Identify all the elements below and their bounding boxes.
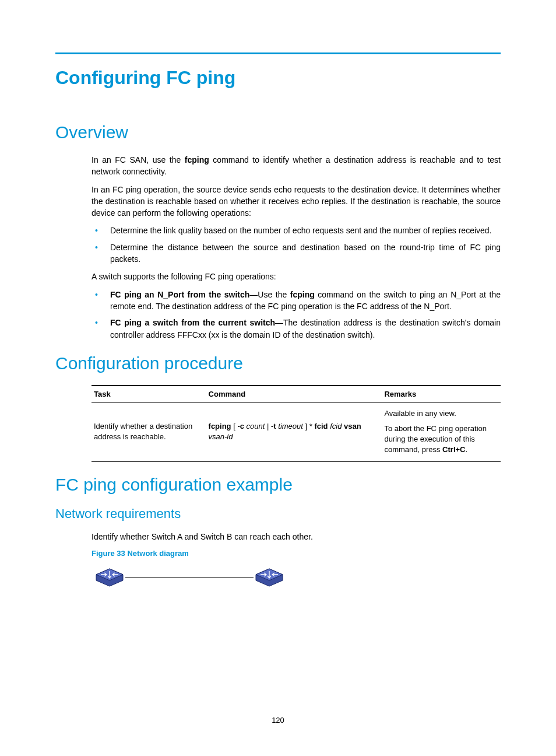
example-p1: Identify whether Switch A and Switch B c…: [92, 531, 501, 542]
heading-example: FC ping configuration example: [55, 475, 501, 495]
overview-body: In an FC SAN, use the fcping command to …: [92, 154, 501, 341]
cmd-arg: fcid: [328, 422, 344, 430]
config-table-wrap: Task Command Remarks Identify whether a …: [92, 385, 501, 462]
text: In an FC SAN, use the: [92, 155, 185, 164]
cmd-arg: timeout: [276, 422, 303, 430]
text: To abort the FC ping operation during th…: [384, 424, 487, 454]
top-rule: [55, 52, 501, 54]
cmd-token: -t: [271, 422, 276, 430]
th-remarks: Remarks: [382, 386, 501, 402]
page-number: 120: [0, 716, 556, 724]
network-diagram: [94, 568, 501, 587]
text: —Use the: [249, 290, 290, 299]
switch-icon: [94, 568, 125, 587]
list-item: Determine the link quality based on the …: [92, 225, 501, 236]
switch-icon: [254, 568, 285, 587]
cmd-arg: vsan-id: [209, 432, 233, 441]
diagram-link-line: [125, 577, 254, 578]
cell-task: Identify whether a destination address i…: [92, 402, 206, 461]
cmd-token: fcid: [314, 422, 328, 430]
bold-label: FC ping an N_Port from the switch: [110, 290, 249, 299]
cell-remarks: Available in any view. To abort the FC p…: [382, 402, 501, 461]
figure-caption: Figure 33 Network diagram: [92, 548, 501, 559]
table-header-row: Task Command Remarks: [92, 386, 501, 402]
heading-config-procedure: Configuration procedure: [55, 354, 501, 373]
bold-label: FC ping a switch from the current switch: [110, 318, 275, 327]
heading-overview: Overview: [55, 123, 501, 142]
th-task: Task: [92, 386, 206, 402]
config-table: Task Command Remarks Identify whether a …: [92, 385, 501, 462]
list-item: Determine the distance between the sourc…: [92, 242, 501, 265]
th-command: Command: [206, 386, 382, 402]
cmd-text: [: [231, 422, 238, 430]
example-body: Identify whether Switch A and Switch B c…: [92, 531, 501, 587]
key-combo: Ctrl+C: [442, 445, 465, 454]
cmd-arg: count: [244, 422, 265, 430]
overview-p3: A switch supports the following FC ping …: [92, 271, 501, 282]
cmd-token: fcping: [209, 422, 231, 430]
remark-line: To abort the FC ping operation during th…: [384, 424, 496, 456]
cmd-text: ] *: [303, 422, 315, 430]
list-fcping-ops: FC ping an N_Port from the switch—Use th…: [92, 289, 501, 341]
cmd-fcping: fcping: [185, 155, 209, 164]
cmd-fcping: fcping: [290, 290, 315, 299]
text: .: [465, 445, 467, 454]
list-operations: Determine the link quality based on the …: [92, 225, 501, 265]
page-title: Configuring FC ping: [55, 67, 501, 89]
subheading-network-req: Network requirements: [55, 506, 501, 522]
list-item: FC ping an N_Port from the switch—Use th…: [92, 289, 501, 313]
remark-line: Available in any view.: [384, 408, 496, 419]
cmd-text: |: [265, 422, 271, 430]
list-item: FC ping a switch from the current switch…: [92, 317, 501, 341]
cmd-token: vsan: [344, 422, 361, 430]
overview-p2: In an FC ping operation, the source devi…: [92, 184, 501, 219]
table-row: Identify whether a destination address i…: [92, 402, 501, 461]
overview-p1: In an FC SAN, use the fcping command to …: [92, 154, 501, 178]
cell-command: fcping [ -c count | -t timeout ] * fcid …: [206, 402, 382, 461]
cmd-token: -c: [237, 422, 244, 430]
